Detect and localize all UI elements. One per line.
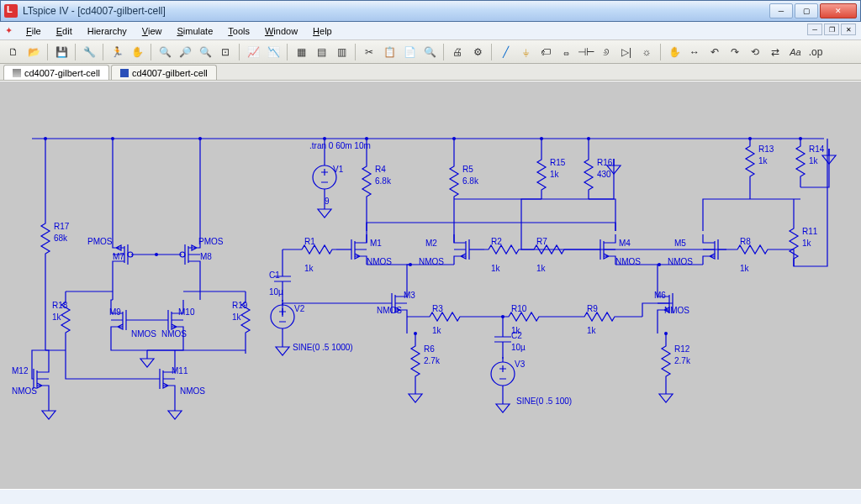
paste-button[interactable]: 📄: [401, 44, 418, 60]
svg-text:1k: 1k: [304, 264, 314, 273]
svg-point-87: [799, 137, 802, 140]
child-close-button[interactable]: ✕: [841, 24, 856, 35]
rotate-button[interactable]: ⟲: [747, 44, 763, 60]
text-button[interactable]: Aa: [787, 44, 804, 60]
minimize-button[interactable]: ─: [769, 3, 793, 18]
halt-button[interactable]: ✋: [129, 44, 145, 60]
save-button[interactable]: 💾: [53, 44, 70, 60]
svg-text:M5: M5: [674, 239, 686, 248]
undo-button[interactable]: ↶: [706, 44, 723, 60]
mirror-button[interactable]: ⇄: [767, 44, 784, 60]
menu-tools[interactable]: Tools: [221, 24, 256, 38]
svg-text:M1: M1: [370, 239, 382, 248]
svg-text:68k: 68k: [54, 234, 68, 243]
tile-button[interactable]: ▦: [293, 44, 309, 60]
move-button[interactable]: ✋: [666, 44, 683, 60]
svg-text:1k: 1k: [809, 156, 819, 165]
schematic-canvas[interactable]: .tran 0 60m 10m V19 R46.8k R56.8k R151k …: [0, 81, 861, 489]
svg-text:R19: R19: [232, 301, 248, 310]
svg-text:430: 430: [597, 170, 611, 179]
svg-text:R7: R7: [536, 237, 547, 246]
cascade-button[interactable]: ▤: [313, 44, 330, 60]
zoom-out-button[interactable]: 🔍: [197, 44, 214, 60]
svg-text:R4: R4: [375, 165, 386, 174]
resistor-button[interactable]: ⏛: [557, 44, 574, 60]
svg-point-78: [44, 137, 47, 140]
svg-text:10µ: 10µ: [269, 287, 283, 297]
svg-text:M10: M10: [178, 307, 195, 317]
svg-text:R5: R5: [462, 165, 473, 174]
svg-text:1k: 1k: [758, 156, 769, 165]
maximize-button[interactable]: ▢: [795, 3, 818, 18]
svg-point-82: [365, 137, 368, 140]
svg-point-65: [155, 253, 158, 256]
svg-text:2.7k: 2.7k: [674, 356, 691, 365]
svg-text:1k: 1k: [536, 264, 547, 273]
menu-simulate[interactable]: Simulate: [170, 24, 219, 38]
svg-text:NMOS: NMOS: [12, 386, 37, 396]
ground-button[interactable]: ⏚: [517, 44, 534, 60]
child-restore-button[interactable]: ❐: [824, 24, 839, 35]
status-bar: [0, 489, 861, 504]
capacitor-button[interactable]: ⊣⊢: [578, 44, 594, 60]
svg-text:PMOS: PMOS: [198, 237, 224, 246]
zoom-in-button[interactable]: 🔍: [156, 44, 173, 60]
svg-text:M8: M8: [200, 252, 212, 261]
svg-point-79: [111, 137, 114, 140]
menu-hierarchy[interactable]: Hierarchy: [81, 24, 134, 38]
zoom-fit-button[interactable]: ⊡: [217, 44, 234, 60]
find-button[interactable]: 🔍: [421, 44, 438, 60]
diode-button[interactable]: ▷|: [618, 44, 635, 60]
svg-text:1k: 1k: [740, 264, 750, 273]
close-all-button[interactable]: ▥: [333, 44, 350, 60]
cut-button[interactable]: ✂: [361, 44, 378, 60]
menu-help[interactable]: Help: [306, 24, 339, 38]
svg-text:M6: M6: [654, 291, 666, 300]
svg-text:R2: R2: [491, 237, 502, 246]
svg-text:R9: R9: [587, 304, 598, 313]
tab-waveform[interactable]: cd4007-gilbert-cell: [111, 65, 217, 80]
close-button[interactable]: ✕: [820, 3, 857, 18]
toolbar: 🗋 📂 💾 🔧 🏃 ✋ 🔍 🔎 🔍 ⊡ 📈 📉 ▦ ▤ ▥ ✂ 📋 📄 🔍 🖨 …: [0, 40, 861, 64]
svg-point-83: [452, 137, 456, 140]
autorange-button[interactable]: 📈: [245, 44, 261, 60]
svg-text:M4: M4: [619, 239, 631, 248]
control-panel-button[interactable]: 🔧: [81, 44, 98, 60]
setup-button[interactable]: ⚙: [469, 44, 486, 60]
drag-button[interactable]: ↔: [686, 44, 703, 60]
child-minimize-button[interactable]: ─: [807, 24, 822, 35]
svg-text:NMOS: NMOS: [180, 386, 205, 396]
svg-text:R6: R6: [424, 344, 435, 354]
menu-file[interactable]: File: [19, 24, 48, 38]
svg-point-81: [323, 137, 326, 140]
svg-text:R15: R15: [550, 158, 566, 167]
svg-text:NMOS: NMOS: [377, 306, 402, 315]
menu-window[interactable]: Window: [258, 24, 304, 38]
open-button[interactable]: 📂: [25, 44, 42, 60]
svg-text:M9: M9: [109, 307, 121, 317]
marching-button[interactable]: 📉: [265, 44, 282, 60]
spice-directive-button[interactable]: .op: [807, 44, 824, 60]
system-menu-icon[interactable]: ✦: [5, 25, 13, 36]
label-button[interactable]: 🏷: [537, 44, 554, 60]
schematic-icon: [13, 69, 21, 77]
inductor-button[interactable]: ୬: [598, 44, 615, 60]
menu-view[interactable]: View: [135, 24, 169, 38]
tab-label: cd4007-gilbert-cell: [24, 68, 100, 78]
svg-text:M2: M2: [425, 239, 437, 248]
pan-button[interactable]: 🔎: [177, 44, 193, 60]
print-button[interactable]: 🖨: [449, 44, 466, 60]
window-title: LTspice IV - [cd4007-gilbert-cell]: [23, 5, 769, 17]
run-button[interactable]: 🏃: [108, 44, 125, 60]
menu-edit[interactable]: Edit: [50, 24, 79, 38]
copy-button[interactable]: 📋: [381, 44, 398, 60]
svg-point-80: [198, 137, 202, 140]
draw-wire-button[interactable]: ╱: [497, 44, 514, 60]
schematic-svg: .tran 0 60m 10m V19 R46.8k R56.8k R151k …: [0, 81, 861, 489]
new-schematic-button[interactable]: 🗋: [5, 44, 22, 60]
component-button[interactable]: ☼: [638, 44, 655, 60]
svg-text:V1: V1: [333, 165, 344, 174]
svg-text:R17: R17: [54, 222, 70, 231]
redo-button[interactable]: ↷: [726, 44, 743, 60]
tab-schematic[interactable]: cd4007-gilbert-cell: [3, 65, 109, 80]
